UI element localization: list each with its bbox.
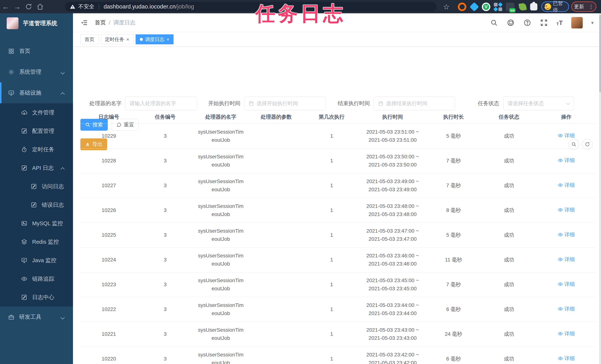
eye-icon bbox=[558, 282, 563, 287]
url-bar[interactable]: 不安全 dashboard.yudao.iocoder.cn/job/log bbox=[65, 2, 436, 11]
browser-update-button[interactable]: 更新 ⋮ bbox=[571, 1, 596, 12]
tab[interactable]: 定时任务 × bbox=[101, 34, 133, 44]
cell-handler-name: sysUserSessionTimeoutJob bbox=[193, 297, 249, 322]
detail-link[interactable]: 详细 bbox=[558, 156, 575, 164]
detail-link[interactable]: 详细 bbox=[558, 181, 575, 189]
log-icon bbox=[31, 202, 37, 208]
cell-log-id: 10229 bbox=[80, 124, 137, 148]
app-logo-row[interactable]: 芋道管理系统 bbox=[0, 13, 73, 33]
reload-icon[interactable] bbox=[23, 1, 34, 12]
sidebar-item[interactable]: 文件管理 bbox=[0, 103, 73, 122]
extension-icon[interactable]: on bbox=[506, 3, 514, 11]
detail-link[interactable]: 详细 bbox=[558, 330, 575, 338]
handler-name-input[interactable]: 请输入处理器的名字 bbox=[125, 97, 197, 110]
sidebar-item[interactable]: Java 监控 bbox=[0, 251, 73, 270]
cell-execute-index: 1 bbox=[304, 272, 359, 297]
cell-task-id: 3 bbox=[137, 247, 193, 272]
sidebar-item[interactable]: 访问日志 bbox=[0, 177, 73, 196]
detail-link[interactable]: 详细 bbox=[558, 131, 575, 140]
sidebar-item[interactable]: 研发工具 bbox=[0, 306, 73, 327]
start-time-picker[interactable]: 选择开始执行时间 bbox=[244, 97, 326, 110]
window-scrollbar[interactable] bbox=[599, 13, 601, 364]
extension-icon[interactable] bbox=[470, 2, 479, 12]
filter-label: 处理器的名字 bbox=[90, 100, 121, 107]
sidebar-item[interactable]: MySQL 监控 bbox=[0, 214, 73, 233]
search-icon[interactable] bbox=[490, 19, 498, 27]
gear-icon bbox=[8, 69, 14, 75]
back-icon[interactable]: ← bbox=[0, 1, 11, 12]
help-icon[interactable] bbox=[523, 19, 531, 27]
browser-menu-icon[interactable]: ⋮ bbox=[589, 4, 594, 10]
sidebar-item[interactable]: 基础设施 bbox=[0, 82, 73, 103]
font-size-icon[interactable]: TT bbox=[556, 19, 563, 26]
cell-handler-param bbox=[249, 247, 304, 272]
detail-link[interactable]: 详细 bbox=[558, 231, 575, 239]
cell-handler-name: sysUserSessionTimeoutJob bbox=[193, 247, 249, 272]
cell-execute-time: 2021-05-03 23:45:00 ~2021-05-03 23:45:00 bbox=[359, 272, 426, 297]
extension-icon[interactable] bbox=[494, 3, 502, 11]
tab[interactable]: 调度日志 × bbox=[136, 34, 173, 44]
table-header-cell: 执行时长 bbox=[426, 110, 481, 124]
table-row: 10228 3 sysUserSessionTimeoutJob 1 2021-… bbox=[80, 148, 596, 173]
cell-status: 成功 bbox=[481, 223, 537, 247]
bookmark-star-icon[interactable]: ☆ bbox=[443, 3, 450, 11]
detail-link[interactable]: 详细 bbox=[558, 206, 575, 214]
breadcrumb-home[interactable]: 首页 bbox=[95, 19, 106, 26]
home-icon[interactable] bbox=[34, 1, 46, 12]
detail-link[interactable]: 详细 bbox=[558, 354, 575, 363]
detail-link[interactable]: 详细 bbox=[558, 255, 575, 263]
profile-paused-badge[interactable]: 已暂停 bbox=[541, 1, 569, 12]
not-secure-warning-icon bbox=[70, 4, 75, 10]
detail-link[interactable]: 详细 bbox=[558, 280, 575, 288]
end-time-picker[interactable]: 选择结束执行时间 bbox=[374, 97, 455, 110]
profile-emoji-avatar bbox=[544, 3, 551, 10]
sidebar-collapse-icon[interactable] bbox=[80, 20, 88, 26]
tab-close-icon[interactable]: × bbox=[166, 37, 169, 42]
sidebar-item[interactable]: 配置管理 bbox=[0, 122, 73, 140]
sidebar-item[interactable]: 定时任务 bbox=[0, 140, 73, 159]
cell-status: 成功 bbox=[481, 322, 537, 346]
cell-execute-index: 1 bbox=[304, 198, 359, 223]
fullscreen-icon[interactable] bbox=[540, 19, 548, 27]
puzzle-extension-icon[interactable] bbox=[530, 3, 537, 10]
sidebar-item-label: 基础设施 bbox=[19, 89, 41, 97]
cell-actions: 详细 bbox=[537, 297, 596, 322]
tab[interactable]: 首页 bbox=[80, 34, 99, 44]
table-row: 10220 3 sysUserSessionTimeoutJob 1 2021-… bbox=[80, 346, 596, 364]
sidebar-item[interactable]: 链路追踪 bbox=[0, 270, 73, 288]
extension-icon[interactable] bbox=[458, 3, 466, 11]
sidebar-item[interactable]: 首页 bbox=[0, 41, 73, 61]
github-icon[interactable] bbox=[507, 19, 515, 27]
cell-execute-index: 1 bbox=[304, 124, 359, 148]
sidebar-item[interactable]: 错误日志 bbox=[0, 196, 73, 214]
sidebar-item[interactable]: API 日志 bbox=[0, 159, 73, 177]
sidebar-item-label: 系统管理 bbox=[19, 68, 41, 76]
app-title: 芋道管理系统 bbox=[23, 20, 57, 27]
calendar-icon bbox=[378, 101, 383, 106]
cell-status: 成功 bbox=[481, 297, 537, 322]
table-row: 10221 3 sysUserSessionTimeoutJob 1 2021-… bbox=[80, 322, 596, 346]
eye-icon bbox=[558, 306, 563, 312]
extension-icon[interactable] bbox=[518, 3, 527, 11]
cell-log-id: 10225 bbox=[80, 223, 137, 247]
user-avatar[interactable] bbox=[571, 17, 583, 29]
detail-link[interactable]: 详细 bbox=[558, 305, 575, 313]
cell-handler-param bbox=[249, 198, 304, 223]
tab-close-icon[interactable]: × bbox=[126, 37, 129, 42]
extension-icon[interactable]: V bbox=[482, 3, 490, 11]
task-status-select[interactable]: 请选择任务状态 bbox=[503, 97, 574, 110]
cell-log-id: 10220 bbox=[80, 346, 137, 364]
sidebar-item[interactable]: Redis 监控 bbox=[0, 233, 73, 251]
sidebar-item[interactable]: 系统管理 bbox=[0, 61, 73, 82]
user-menu-caret-icon[interactable]: ▾ bbox=[591, 20, 594, 26]
cell-actions: 详细 bbox=[537, 272, 596, 297]
tab-label: 定时任务 bbox=[105, 36, 124, 43]
table-header-cell: 日志编号 bbox=[80, 110, 137, 124]
cell-handler-param bbox=[249, 297, 304, 322]
cell-status: 成功 bbox=[481, 272, 537, 297]
forward-icon[interactable]: → bbox=[11, 1, 23, 12]
page-header: 首页 / 调度日志 TT ▾ bbox=[73, 13, 601, 32]
cell-task-id: 3 bbox=[137, 297, 193, 322]
cell-duration: 5 毫秒 bbox=[426, 223, 481, 247]
sidebar-item[interactable]: 日志中心 bbox=[0, 288, 73, 306]
